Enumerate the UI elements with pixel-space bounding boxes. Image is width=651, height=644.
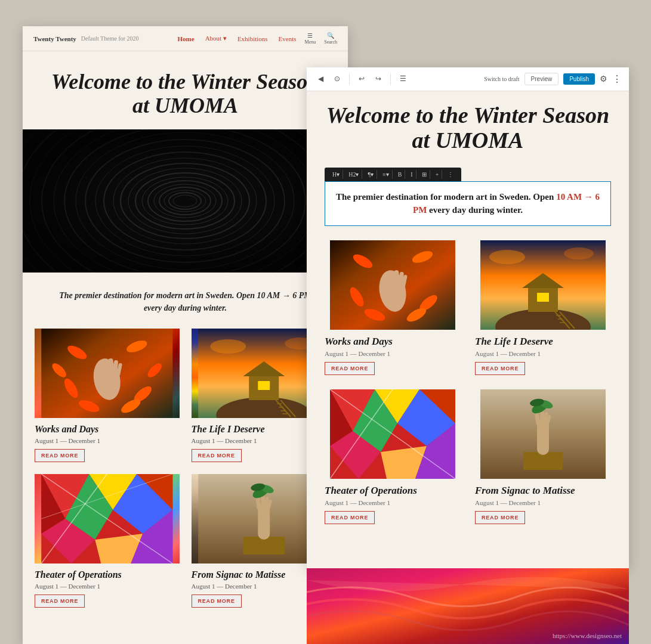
more-options-icon[interactable]: ⋮ (612, 73, 622, 85)
read-more-btn-4[interactable]: READ MORE (192, 595, 242, 608)
editor-circle-icon[interactable]: ⊙ (331, 73, 344, 86)
toolbar-right-group: Switch to draft Preview Publish ⚙ ⋮ (484, 73, 622, 85)
nav-link-events[interactable]: Events (279, 35, 297, 42)
block-tool-align[interactable]: ≡▾ (380, 170, 393, 179)
editor-list-icon[interactable]: ☰ (396, 73, 409, 86)
left-navbar: Twenty Twenty Default Theme for 2020 Hom… (23, 26, 348, 51)
exhibit-image-3 (35, 474, 180, 564)
watermark-text: https://www.designseo.net (553, 632, 622, 639)
svg-point-95 (489, 250, 525, 264)
right-exhibit-dates-2: August 1 — December 1 (475, 350, 611, 357)
left-main-title: Welcome to the Winter Season at UMOMA (23, 51, 348, 129)
editor-content: Welcome to the Winter Season at UMOMA H▾… (307, 91, 629, 568)
exhibit-card-1: Works and Days August 1 — December 1 REA… (35, 329, 180, 462)
right-main-title: Welcome to the Winter Season at UMOMA (325, 103, 611, 168)
hero-image (23, 129, 348, 273)
read-more-btn-1[interactable]: READ MORE (35, 449, 85, 462)
left-subtitle: The premier destination for modern art i… (23, 273, 348, 329)
right-exhibit-card-2: The Life I Deserve August 1 — December 1… (475, 240, 611, 375)
right-exhibit-image-1 (325, 240, 461, 330)
block-tool-link[interactable]: ⊞ (419, 170, 430, 179)
svg-rect-22 (23, 129, 348, 273)
bottom-image: https://www.designseo.net (307, 568, 629, 644)
right-read-more-btn-2[interactable]: READ MORE (475, 362, 525, 375)
editor-back-icon[interactable]: ◀ (314, 73, 327, 86)
right-editor-panel: ◀ ⊙ ↩ ↪ ☰ Switch to draft Preview Publis… (307, 67, 629, 568)
right-exhibit-dates-3: August 1 — December 1 (325, 499, 461, 506)
toolbar-sep-1 (349, 74, 350, 85)
svg-point-48 (210, 339, 246, 354)
toolbar-sep-2 (390, 74, 391, 85)
svg-rect-89 (537, 293, 549, 302)
nav-link-exhibitions[interactable]: Exhibitions (237, 35, 268, 42)
right-read-more-btn-3[interactable]: READ MORE (325, 511, 375, 524)
left-content: Welcome to the Winter Season at UMOMA (23, 51, 348, 608)
exhibit-image-1 (35, 329, 180, 418)
right-exhibit-title-1: Works and Days (325, 336, 461, 348)
exhibit-dates-3: August 1 — December 1 (35, 583, 180, 590)
settings-icon[interactable]: ⚙ (600, 74, 607, 84)
menu-button[interactable]: ☰ Menu (305, 32, 316, 45)
editor-redo-icon[interactable]: ↪ (372, 73, 385, 86)
bottom-image-strip: https://www.designseo.net (307, 568, 629, 644)
read-more-btn-3[interactable]: READ MORE (35, 595, 85, 608)
paragraph-text-before: The premier destination for modern art i… (336, 192, 556, 202)
right-exhibit-dates-1: August 1 — December 1 (325, 350, 461, 357)
right-exhibition-grid: Works and Days August 1 — December 1 REA… (325, 240, 611, 524)
exhibit-dates-1: August 1 — December 1 (35, 437, 180, 444)
publish-button[interactable]: Publish (563, 73, 595, 85)
svg-rect-41 (258, 381, 270, 390)
right-read-more-btn-4[interactable]: READ MORE (475, 511, 525, 524)
right-exhibit-image-4 (475, 389, 611, 479)
right-exhibit-title-4: From Signac to Matisse (475, 485, 611, 497)
editor-toolbar: ◀ ⊙ ↩ ↪ ☰ Switch to draft Preview Publis… (307, 67, 629, 91)
exhibit-title-1: Works and Days (35, 424, 180, 435)
exhibit-card-3: Theater of Operations August 1 — Decembe… (35, 474, 180, 608)
right-read-more-btn-1[interactable]: READ MORE (325, 362, 375, 375)
right-exhibit-card-1: Works and Days August 1 — December 1 REA… (325, 240, 461, 375)
brand-subtitle: Default Theme for 2020 (81, 35, 139, 42)
block-tool-h[interactable]: H▾ (329, 170, 343, 179)
right-exhibit-image-2 (475, 240, 611, 330)
block-tool-bold[interactable]: B (395, 170, 406, 179)
right-exhibit-card-4: From Signac to Matisse August 1 — Decemb… (475, 389, 611, 524)
block-tool-italic[interactable]: I (408, 170, 416, 179)
right-exhibit-dates-4: August 1 — December 1 (475, 499, 611, 506)
block-tool-more[interactable]: ⋮ (445, 170, 456, 179)
paragraph-block[interactable]: The premier destination for modern art i… (325, 181, 611, 226)
left-exhibition-grid: Works and Days August 1 — December 1 REA… (23, 329, 348, 608)
nav-links: Home About ▾ Exhibitions Events (178, 35, 297, 42)
editor-undo-icon[interactable]: ↩ (355, 73, 368, 86)
preview-button[interactable]: Preview (524, 73, 559, 85)
right-exhibit-title-3: Theater of Operations (325, 485, 461, 497)
nav-icons: ☰ Menu 🔍 Search (305, 32, 337, 45)
search-button[interactable]: 🔍 Search (324, 32, 337, 45)
block-toolbar[interactable]: H▾ H2▾ ¶▾ ≡▾ B I ⊞ + ⋮ (325, 168, 461, 181)
right-exhibit-title-2: The Life I Deserve (475, 336, 611, 348)
block-tool-h2[interactable]: H2▾ (345, 170, 362, 179)
left-preview-panel: Twenty Twenty Default Theme for 2020 Hom… (23, 26, 348, 644)
right-exhibit-image-3 (325, 389, 461, 479)
nav-link-about[interactable]: About ▾ (205, 35, 227, 42)
paragraph-text-after: every day during winter. (427, 205, 523, 215)
nav-link-home[interactable]: Home (178, 35, 195, 42)
block-tool-add[interactable]: + (433, 170, 443, 179)
exhibit-title-3: Theater of Operations (35, 569, 180, 580)
read-more-btn-2[interactable]: READ MORE (192, 449, 242, 462)
switch-draft-button[interactable]: Switch to draft (484, 76, 519, 82)
right-exhibit-card-3: Theater of Operations August 1 — Decembe… (325, 389, 461, 524)
brand-name: Twenty Twenty (33, 35, 76, 42)
block-tool-para[interactable]: ¶▾ (365, 170, 377, 179)
svg-point-96 (564, 247, 594, 259)
